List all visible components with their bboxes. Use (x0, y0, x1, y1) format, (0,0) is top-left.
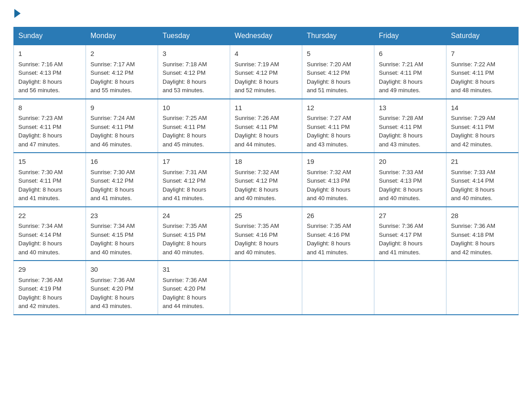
day-number: 27 (379, 211, 442, 221)
day-number: 16 (90, 157, 153, 167)
day-number: 20 (379, 157, 442, 167)
day-info: Sunrise: 7:36 AMSunset: 4:17 PMDaylight:… (379, 223, 423, 256)
calendar-day-cell: 23 Sunrise: 7:34 AMSunset: 4:15 PMDaylig… (86, 207, 158, 261)
logo (13, 9, 21, 18)
day-info: Sunrise: 7:35 AMSunset: 4:16 PMDaylight:… (307, 223, 351, 256)
day-info: Sunrise: 7:27 AMSunset: 4:11 PMDaylight:… (307, 115, 351, 148)
day-number: 19 (307, 157, 369, 167)
day-info: Sunrise: 7:32 AMSunset: 4:12 PMDaylight:… (235, 169, 279, 202)
day-info: Sunrise: 7:35 AMSunset: 4:16 PMDaylight:… (235, 223, 279, 256)
day-info: Sunrise: 7:24 AMSunset: 4:11 PMDaylight:… (90, 115, 135, 148)
calendar-day-cell: 30 Sunrise: 7:36 AMSunset: 4:20 PMDaylig… (86, 261, 158, 315)
day-info: Sunrise: 7:20 AMSunset: 4:12 PMDaylight:… (307, 61, 351, 94)
day-info: Sunrise: 7:36 AMSunset: 4:18 PMDaylight:… (451, 223, 495, 256)
calendar-day-cell: 7 Sunrise: 7:22 AMSunset: 4:11 PMDayligh… (446, 45, 519, 99)
day-of-week-header: Monday (86, 27, 158, 45)
day-number: 17 (163, 157, 225, 167)
day-number: 1 (18, 49, 81, 59)
calendar-week-row: 22 Sunrise: 7:34 AMSunset: 4:14 PMDaylig… (14, 207, 519, 261)
day-info: Sunrise: 7:21 AMSunset: 4:11 PMDaylight:… (379, 61, 423, 94)
calendar-day-cell: 24 Sunrise: 7:35 AMSunset: 4:15 PMDaylig… (158, 207, 230, 261)
day-info: Sunrise: 7:33 AMSunset: 4:13 PMDaylight:… (379, 169, 423, 202)
day-info: Sunrise: 7:36 AMSunset: 4:20 PMDaylight:… (90, 277, 135, 310)
calendar-day-cell (446, 261, 519, 315)
day-info: Sunrise: 7:26 AMSunset: 4:11 PMDaylight:… (235, 115, 279, 148)
day-number: 2 (90, 49, 153, 59)
calendar-day-cell: 26 Sunrise: 7:35 AMSunset: 4:16 PMDaylig… (302, 207, 374, 261)
day-number: 5 (307, 49, 369, 59)
day-number: 13 (379, 103, 442, 113)
day-number: 26 (307, 211, 369, 221)
calendar-table: SundayMondayTuesdayWednesdayThursdayFrid… (13, 27, 519, 315)
calendar-day-cell: 17 Sunrise: 7:31 AMSunset: 4:12 PMDaylig… (158, 153, 230, 207)
day-info: Sunrise: 7:30 AMSunset: 4:11 PMDaylight:… (18, 169, 63, 202)
calendar-day-cell: 31 Sunrise: 7:36 AMSunset: 4:20 PMDaylig… (158, 261, 230, 315)
calendar-day-cell: 11 Sunrise: 7:26 AMSunset: 4:11 PMDaylig… (230, 99, 302, 153)
day-info: Sunrise: 7:29 AMSunset: 4:11 PMDaylight:… (451, 115, 495, 148)
calendar-day-cell: 18 Sunrise: 7:32 AMSunset: 4:12 PMDaylig… (230, 153, 302, 207)
day-number: 10 (163, 103, 225, 113)
calendar-week-row: 1 Sunrise: 7:16 AMSunset: 4:13 PMDayligh… (14, 45, 519, 99)
day-info: Sunrise: 7:25 AMSunset: 4:11 PMDaylight:… (163, 115, 207, 148)
day-number: 24 (163, 211, 225, 221)
calendar-week-row: 15 Sunrise: 7:30 AMSunset: 4:11 PMDaylig… (14, 153, 519, 207)
calendar-day-cell: 29 Sunrise: 7:36 AMSunset: 4:19 PMDaylig… (14, 261, 86, 315)
day-number: 28 (451, 211, 514, 221)
day-number: 3 (163, 49, 225, 59)
calendar-day-cell: 14 Sunrise: 7:29 AMSunset: 4:11 PMDaylig… (446, 99, 519, 153)
calendar-day-cell: 15 Sunrise: 7:30 AMSunset: 4:11 PMDaylig… (14, 153, 86, 207)
day-info: Sunrise: 7:34 AMSunset: 4:15 PMDaylight:… (90, 223, 135, 256)
calendar-day-cell (230, 261, 302, 315)
calendar-day-cell (374, 261, 446, 315)
day-number: 18 (235, 157, 297, 167)
calendar-day-cell: 20 Sunrise: 7:33 AMSunset: 4:13 PMDaylig… (374, 153, 446, 207)
day-of-week-header: Wednesday (230, 27, 302, 45)
day-number: 25 (235, 211, 297, 221)
calendar-day-cell: 16 Sunrise: 7:30 AMSunset: 4:12 PMDaylig… (86, 153, 158, 207)
day-number: 30 (90, 265, 153, 275)
calendar-week-row: 29 Sunrise: 7:36 AMSunset: 4:19 PMDaylig… (14, 261, 519, 315)
page-header (13, 9, 519, 18)
day-info: Sunrise: 7:23 AMSunset: 4:11 PMDaylight:… (18, 115, 63, 148)
calendar-day-cell: 19 Sunrise: 7:32 AMSunset: 4:13 PMDaylig… (302, 153, 374, 207)
day-number: 23 (90, 211, 153, 221)
calendar-day-cell: 6 Sunrise: 7:21 AMSunset: 4:11 PMDayligh… (374, 45, 446, 99)
day-info: Sunrise: 7:31 AMSunset: 4:12 PMDaylight:… (163, 169, 207, 202)
day-info: Sunrise: 7:33 AMSunset: 4:14 PMDaylight:… (451, 169, 495, 202)
calendar-day-cell: 4 Sunrise: 7:19 AMSunset: 4:12 PMDayligh… (230, 45, 302, 99)
day-number: 11 (235, 103, 297, 113)
day-info: Sunrise: 7:18 AMSunset: 4:12 PMDaylight:… (163, 61, 207, 94)
calendar-day-cell: 5 Sunrise: 7:20 AMSunset: 4:12 PMDayligh… (302, 45, 374, 99)
day-number: 8 (18, 103, 81, 113)
day-info: Sunrise: 7:36 AMSunset: 4:20 PMDaylight:… (163, 277, 207, 310)
day-number: 22 (18, 211, 81, 221)
calendar-week-row: 8 Sunrise: 7:23 AMSunset: 4:11 PMDayligh… (14, 99, 519, 153)
day-info: Sunrise: 7:22 AMSunset: 4:11 PMDaylight:… (451, 61, 495, 94)
calendar-day-cell: 9 Sunrise: 7:24 AMSunset: 4:11 PMDayligh… (86, 99, 158, 153)
day-info: Sunrise: 7:30 AMSunset: 4:12 PMDaylight:… (90, 169, 135, 202)
calendar-day-cell: 28 Sunrise: 7:36 AMSunset: 4:18 PMDaylig… (446, 207, 519, 261)
calendar-day-cell: 10 Sunrise: 7:25 AMSunset: 4:11 PMDaylig… (158, 99, 230, 153)
calendar-day-cell: 12 Sunrise: 7:27 AMSunset: 4:11 PMDaylig… (302, 99, 374, 153)
day-of-week-header: Friday (374, 27, 446, 45)
day-info: Sunrise: 7:28 AMSunset: 4:11 PMDaylight:… (379, 115, 423, 148)
calendar-day-cell: 2 Sunrise: 7:17 AMSunset: 4:12 PMDayligh… (86, 45, 158, 99)
day-of-week-header: Sunday (14, 27, 86, 45)
calendar-day-cell: 1 Sunrise: 7:16 AMSunset: 4:13 PMDayligh… (14, 45, 86, 99)
calendar-day-cell: 21 Sunrise: 7:33 AMSunset: 4:14 PMDaylig… (446, 153, 519, 207)
logo-arrow-icon (14, 9, 21, 18)
day-of-week-header: Tuesday (158, 27, 230, 45)
calendar-day-cell: 3 Sunrise: 7:18 AMSunset: 4:12 PMDayligh… (158, 45, 230, 99)
day-number: 4 (235, 49, 297, 59)
day-number: 15 (18, 157, 81, 167)
calendar-day-cell: 25 Sunrise: 7:35 AMSunset: 4:16 PMDaylig… (230, 207, 302, 261)
calendar-day-cell (302, 261, 374, 315)
calendar-header-row: SundayMondayTuesdayWednesdayThursdayFrid… (14, 27, 519, 45)
day-number: 31 (163, 265, 225, 275)
day-info: Sunrise: 7:19 AMSunset: 4:12 PMDaylight:… (235, 61, 279, 94)
day-info: Sunrise: 7:36 AMSunset: 4:19 PMDaylight:… (18, 277, 63, 310)
calendar-day-cell: 27 Sunrise: 7:36 AMSunset: 4:17 PMDaylig… (374, 207, 446, 261)
day-number: 7 (451, 49, 514, 59)
day-of-week-header: Saturday (446, 27, 519, 45)
calendar-day-cell: 13 Sunrise: 7:28 AMSunset: 4:11 PMDaylig… (374, 99, 446, 153)
